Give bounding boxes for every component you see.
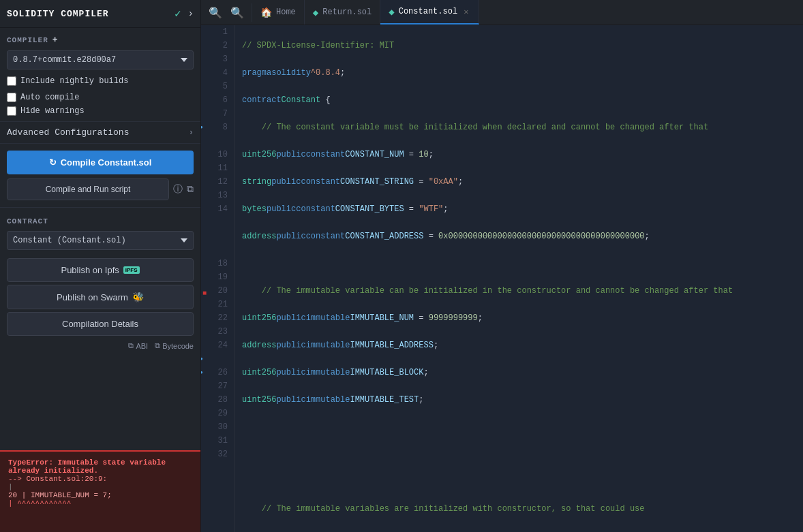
line-22: 22 <box>201 311 234 325</box>
code-line-8: address public constant CONSTANT_ADDRESS… <box>242 230 803 243</box>
line-26: 27 <box>201 379 234 393</box>
bytecode-label: Bytecode <box>162 342 194 350</box>
line-14: 14 <box>201 202 234 216</box>
line-29: 30 <box>201 420 234 434</box>
code-line-5: uint256 public constant CONSTANT_NUM = 1… <box>242 148 803 161</box>
line-31: 32 <box>201 448 234 461</box>
code-line-12: address public immutable IMMUTABLE_ADDRE… <box>242 339 803 352</box>
auto-compile-checkbox-wrapper[interactable]: Auto compile <box>7 93 194 102</box>
error-location: --> Constant.sol:20:9: <box>8 475 192 483</box>
tab-constant-sol[interactable]: ◆ Constant.sol ✕ <box>380 0 479 25</box>
publish-swarm-button[interactable]: Publish on Swarm 🐝 <box>7 285 194 309</box>
tab-zoom-actions: 🔍 🔍 <box>201 3 252 22</box>
auto-compile-label: Auto compile <box>20 93 79 102</box>
contract-section-label: CONTRACT <box>0 212 200 228</box>
home-tab-icon: 🏠 <box>260 7 272 18</box>
return-tab-label: Return.sol <box>322 7 372 17</box>
line-24: 24 <box>201 339 234 352</box>
contract-select[interactable]: Constant (Constant.sol) <box>7 231 194 250</box>
constant-tab-icon: ◆ <box>389 6 394 18</box>
copy-abi-icon: ⧉ <box>128 341 134 350</box>
compiler-version-select[interactable]: 0.8.7+commit.e28d00a7 <box>7 50 194 69</box>
sidebar-content: COMPILER + 0.8.7+commit.e28d00a7 Include… <box>0 28 200 450</box>
compile-button[interactable]: ↻ Compile Constant.sol <box>7 151 194 174</box>
ipfs-badge: IPFS <box>123 266 140 274</box>
code-line-1: // SPDX-License-Identifier: MIT <box>242 39 803 52</box>
error-code-line: 20 | IMMUTABLE_NUM = 7; <box>8 491 192 499</box>
sidebar-title: SOLIDITY COMPILER <box>7 9 109 19</box>
error-message: TypeError: Immutable state variable alre… <box>8 458 192 475</box>
compiler-section-label: COMPILER + <box>0 28 200 48</box>
sidebar-header-icons: ✓ › <box>175 7 194 20</box>
hide-warnings-checkbox[interactable] <box>7 106 16 116</box>
line-10: 10 <box>201 148 234 161</box>
sidebar: SOLIDITY COMPILER ✓ › COMPILER + 0.8.7+c… <box>0 0 201 532</box>
copy-bytecode-icon: ⧉ <box>155 341 160 350</box>
constant-tab-label: Constant.sol <box>399 7 457 16</box>
publish-ipfs-button[interactable]: Publish on Ipfs IPFS <box>7 258 194 282</box>
hide-warnings-checkbox-wrapper[interactable]: Hide warnings <box>7 106 194 116</box>
line-28: 29 <box>201 407 234 420</box>
code-area[interactable]: // SPDX-License-Identifier: MIT pragma s… <box>235 25 803 532</box>
line-4: 4 <box>201 66 234 80</box>
line-20: 20 <box>201 284 234 298</box>
line-15 <box>201 216 234 230</box>
tab-return-sol[interactable]: ◆ Return.sol <box>305 0 380 25</box>
info-icon[interactable]: ⓘ <box>173 183 183 195</box>
nightly-builds-label: Include nightly builds <box>20 76 128 86</box>
zoom-out-button[interactable]: 🔍 <box>227 3 247 22</box>
home-tab-label: Home <box>276 7 296 17</box>
constant-tab-close[interactable]: ✕ <box>461 6 470 18</box>
compilation-details-button[interactable]: Compilation Details <box>7 312 194 336</box>
return-tab-icon: ◆ <box>313 7 318 18</box>
code-line-14: uint256 public immutable IMMUTABLE_TEST; <box>242 393 803 407</box>
compile-refresh-icon: ↻ <box>49 157 57 168</box>
code-line-10: // The immutable variable can be initial… <box>242 284 803 298</box>
line-23: 23 <box>201 325 234 339</box>
line-numbers: 1 2 3 4 5 6 7 8 10 11 12 13 14 18 19 20 … <box>201 25 235 532</box>
compiler-select-wrapper: 0.8.7+commit.e28d00a7 <box>0 48 200 75</box>
abi-label: ABI <box>136 342 148 350</box>
compile-button-label: Compile Constant.sol <box>61 157 152 168</box>
line-1: 1 <box>201 25 234 39</box>
line-6: 6 <box>201 93 234 107</box>
line-13: 13 <box>201 189 234 202</box>
publish-ipfs-label: Publish on Ipfs <box>61 265 119 275</box>
code-line-19: constructor(){ <box>242 529 803 532</box>
line-18: 18 <box>201 257 234 270</box>
publish-swarm-label: Publish on Swarm <box>57 292 128 302</box>
collapse-icon[interactable]: › <box>188 8 194 19</box>
advanced-config-label: Advanced Configurations <box>7 127 129 138</box>
advanced-config-row[interactable]: Advanced Configurations › <box>0 121 200 144</box>
copy-icon[interactable]: ⧉ <box>187 184 194 195</box>
code-line-18: // The immutable variables are initializ… <box>242 502 803 516</box>
tab-home[interactable]: 🏠 Home <box>252 0 305 25</box>
compile-run-button[interactable]: Compile and Run script <box>7 178 169 200</box>
add-compiler-icon[interactable]: + <box>52 35 59 45</box>
line-9 <box>201 134 234 148</box>
section-divider <box>0 207 200 208</box>
nightly-builds-checkbox-wrapper[interactable]: Include nightly builds <box>7 76 128 86</box>
nightly-builds-checkbox[interactable] <box>7 76 16 86</box>
checkmark-icon[interactable]: ✓ <box>175 7 181 20</box>
code-editor: 1 2 3 4 5 6 7 8 10 11 12 13 14 18 19 20 … <box>201 25 803 532</box>
line-25 <box>201 352 234 366</box>
code-line-4: // The constant variable must be initial… <box>242 121 803 134</box>
code-line-3: contract Constant { <box>242 93 803 107</box>
bytecode-button[interactable]: ⧉ Bytecode <box>155 341 194 350</box>
code-line-6: string public constant CONSTANT_STRING =… <box>242 175 803 189</box>
nightly-builds-row: Include nightly builds <box>0 75 200 91</box>
chevron-right-icon: › <box>189 128 194 138</box>
abi-button[interactable]: ⧉ ABI <box>128 341 148 350</box>
line-8: 8 <box>201 121 234 134</box>
code-line-7: bytes public constant CONSTANT_BYTES = "… <box>242 202 803 216</box>
line-7: 7 <box>201 107 234 121</box>
line-25b: 26 <box>201 366 234 379</box>
sidebar-header: SOLIDITY COMPILER ✓ › <box>0 0 200 28</box>
auto-compile-row: Auto compile <box>0 91 200 105</box>
zoom-in-button[interactable]: 🔍 <box>205 3 226 22</box>
code-line-16 <box>242 448 803 461</box>
line-5: 5 <box>201 80 234 93</box>
swarm-icon: 🐝 <box>132 292 144 302</box>
auto-compile-checkbox[interactable] <box>7 93 16 102</box>
